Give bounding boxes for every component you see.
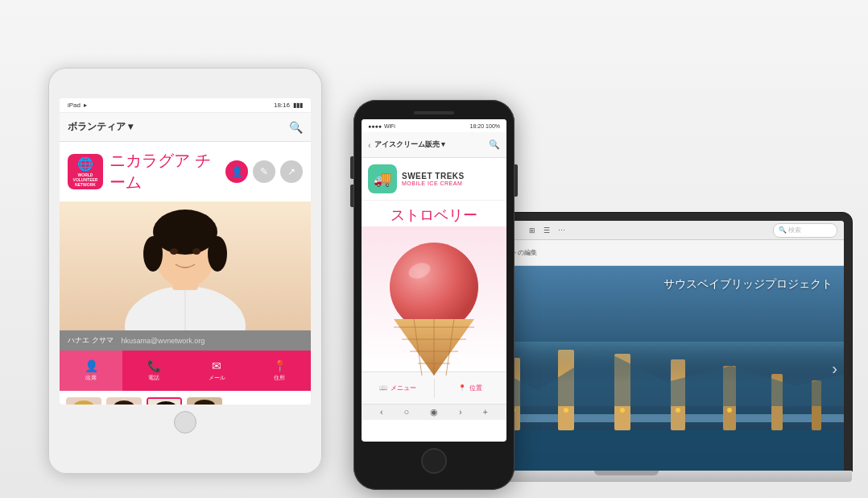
iphone-signal: ●●●● — [368, 123, 382, 129]
iphone-nav-bar: ‹ アイスクリーム販売 ▾ 🔍 — [362, 132, 506, 158]
profile-name: ニカラグア チーム — [110, 150, 219, 193]
phone-icon: 📞 — [147, 359, 161, 372]
person-email: hkusama@wvnetwork.org — [122, 337, 205, 345]
ipad-device-label: iPad — [68, 102, 81, 109]
iphone-speaker — [414, 111, 454, 114]
project-title: サウスベイブリッジプロジェクト — [663, 277, 833, 292]
ipad-battery: ▮▮▮ — [293, 102, 303, 109]
email-icon: ✉ — [212, 359, 221, 372]
ipad-signal: ▸ — [84, 102, 87, 109]
svg-point-23 — [208, 236, 227, 272]
svg-point-22 — [143, 236, 163, 272]
team-row — [66, 397, 304, 405]
tab-address[interactable]: 📍 住所 — [248, 351, 311, 391]
scene: アプト ウインドウ ヘルプ ⊞ ☰ ⋯ 🔍 検索 — [0, 0, 868, 498]
ipad-screen: iPad ▸ 18:16 ▮▮▮ ボランティア ▾ 🔍 🌐 WOR — [60, 98, 311, 405]
search-icon: 🔍 — [779, 226, 787, 234]
iphone-back-icon[interactable]: ‹ — [368, 140, 371, 150]
svg-point-25 — [192, 248, 200, 255]
tab-phone-label: 電話 — [148, 374, 159, 382]
tab-phone[interactable]: 📞 電話 — [122, 351, 185, 391]
presence-icon: 👤 — [85, 359, 98, 372]
avatar-4[interactable] — [187, 397, 222, 405]
location-icon: 📍 — [458, 384, 466, 392]
action-buttons: 👤 ✎ ↗ — [225, 160, 303, 183]
ipad-photo-area — [60, 201, 311, 330]
tab-presence-label: 出席 — [85, 374, 97, 382]
action-btn-2[interactable]: ✎ — [253, 160, 275, 183]
menu-button[interactable]: 📖 メニュー — [362, 384, 434, 392]
tab-email[interactable]: ✉ メール — [185, 351, 248, 391]
avatar-2[interactable] — [106, 397, 142, 405]
iphone-time: 18:20 — [470, 123, 485, 129]
svg-point-48 — [390, 243, 478, 331]
brand-sub: MOBILE ICE CREAM — [402, 181, 465, 186]
ipad-profile-header: 🌐 WORLDVOLUNTEERNETWORK ニカラグア チーム 👤 ✎ ↗ — [60, 142, 311, 201]
iphone-search-icon[interactable]: 🔍 — [489, 139, 500, 150]
ipad-frame: iPad ▸ 18:16 ▮▮▮ ボランティア ▾ 🔍 🌐 WOR — [48, 68, 322, 474]
person-svg — [60, 201, 311, 330]
action-btn-1[interactable]: 👤 — [225, 160, 248, 183]
svg-point-15 — [727, 408, 732, 413]
iphone-home-button[interactable] — [421, 448, 447, 474]
globe-icon: 🌐 — [77, 156, 93, 172]
toolbar-icon-menu[interactable]: ⋯ — [558, 226, 565, 234]
svg-point-21 — [153, 210, 217, 255]
iphone-vol-down[interactable] — [350, 185, 353, 207]
svg-point-13 — [620, 408, 625, 413]
svg-point-14 — [676, 408, 680, 413]
ipad-status-bar: iPad ▸ 18:16 ▮▮▮ — [60, 98, 311, 113]
app-brand: SWEET TREKS MOBILE ICE CREAM — [402, 172, 465, 186]
chevron-right-icon[interactable]: › — [832, 359, 837, 378]
brand-main: SWEET TREKS — [402, 172, 465, 181]
svg-point-12 — [564, 408, 568, 413]
nav-fwd[interactable]: › — [459, 407, 462, 417]
truck-icon: 🚚 — [368, 164, 397, 193]
ipad-logo: 🌐 WORLDVOLUNTEERNETWORK — [68, 154, 103, 189]
address-icon: 📍 — [273, 359, 287, 372]
wifi-icon: WiFi — [384, 123, 395, 129]
menu-icon: 📖 — [379, 384, 387, 392]
iphone-battery: 100% — [486, 123, 500, 129]
iphone-screen: ●●●● WiFi 18:20 100% ‹ アイスクリーム販売 ▾ 🔍 🚚 — [362, 119, 506, 442]
ipad-search-icon[interactable]: 🔍 — [289, 121, 303, 134]
iphone-app-logo: 🚚 SWEET TREKS MOBILE ICE CREAM — [362, 158, 506, 201]
ipad-info-bar: ハナエ クサマ hkusama@wvnetwork.org — [60, 330, 311, 351]
location-button[interactable]: 📍 位置 — [435, 384, 507, 392]
toolbar-icon-list[interactable]: ☰ — [544, 226, 550, 234]
tab-presence[interactable]: 👤 出席 — [60, 351, 122, 391]
iphone-power-btn[interactable] — [515, 164, 518, 197]
ipad-nav-title[interactable]: ボランティア ▾ — [68, 120, 133, 134]
location-label: 位置 — [469, 384, 482, 392]
iphone-status-right: 18:20 100% — [470, 123, 500, 129]
mac-window-controls: ⊞ ☰ ⋯ — [521, 226, 565, 234]
search-placeholder: 検索 — [788, 226, 801, 234]
ipad-home-button[interactable] — [174, 411, 196, 434]
tab-email-label: メール — [209, 374, 225, 382]
nav-add[interactable]: + — [483, 407, 488, 417]
tab-address-label: 住所 — [274, 374, 285, 382]
nav-home[interactable]: ○ — [404, 407, 410, 417]
person-name: ハナエ クサマ — [68, 335, 114, 346]
team-section — [60, 391, 311, 405]
iphone-nav-dots: ‹ ○ ◉ › + — [362, 404, 506, 420]
nav-back[interactable]: ‹ — [380, 407, 383, 417]
iphone-vol-up[interactable] — [350, 156, 353, 179]
ipad-status-right: 18:16 ▮▮▮ — [274, 102, 303, 109]
svg-point-24 — [170, 248, 178, 255]
ipad: iPad ▸ 18:16 ▮▮▮ ボランティア ▾ 🔍 🌐 WOR — [48, 68, 322, 474]
logo-text: WORLDVOLUNTEERNETWORK — [73, 172, 98, 187]
iphone-frame: ●●●● WiFi 18:20 100% ‹ アイスクリーム販売 ▾ 🔍 🚚 — [353, 100, 515, 490]
action-btn-3[interactable]: ↗ — [280, 160, 303, 183]
menu-label: メニュー — [391, 384, 416, 392]
avatar-1[interactable] — [66, 397, 101, 405]
ipad-nav-bar: ボランティア ▾ 🔍 — [60, 113, 311, 142]
mac-search-box[interactable]: 🔍 検索 — [773, 223, 837, 238]
nav-center[interactable]: ◉ — [430, 407, 438, 417]
toolbar-icon-grid[interactable]: ⊞ — [529, 226, 535, 234]
ice-cream-visual — [362, 226, 506, 371]
ice-cream-svg — [362, 218, 506, 380]
ipad-time: 18:16 — [274, 102, 290, 109]
iphone-nav-title[interactable]: アイスクリーム販売 ▾ — [374, 139, 446, 150]
avatar-3[interactable] — [147, 397, 182, 405]
